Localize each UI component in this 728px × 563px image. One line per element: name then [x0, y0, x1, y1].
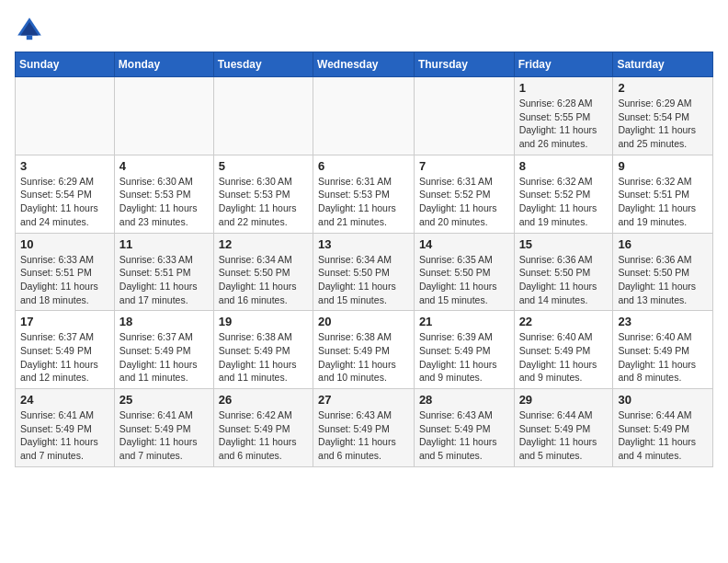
- weekday-header: Monday: [114, 52, 213, 77]
- day-number: 9: [618, 159, 708, 173]
- day-info: Sunrise: 6:40 AMSunset: 5:49 PMDaylight:…: [618, 330, 708, 385]
- day-number: 5: [219, 159, 308, 173]
- calendar-cell: [114, 77, 213, 155]
- day-number: 6: [318, 159, 409, 173]
- day-number: 18: [119, 315, 209, 328]
- calendar-cell: [313, 77, 415, 155]
- calendar-cell: 16Sunrise: 6:36 AMSunset: 5:50 PMDayligh…: [613, 233, 713, 311]
- weekday-header: Wednesday: [313, 52, 415, 77]
- day-info: Sunrise: 6:33 AMSunset: 5:51 PMDaylight:…: [20, 253, 109, 307]
- calendar-cell: 6Sunrise: 6:31 AMSunset: 5:53 PMDaylight…: [313, 155, 415, 233]
- calendar-cell: 3Sunrise: 6:29 AMSunset: 5:54 PMDaylight…: [16, 155, 115, 233]
- day-number: 20: [318, 315, 409, 328]
- calendar-cell: 4Sunrise: 6:30 AMSunset: 5:53 PMDaylight…: [114, 155, 213, 233]
- day-number: 2: [618, 81, 708, 95]
- day-number: 21: [419, 315, 509, 328]
- day-number: 7: [419, 159, 509, 173]
- day-info: Sunrise: 6:38 AMSunset: 5:49 PMDaylight:…: [318, 330, 409, 385]
- day-info: Sunrise: 6:44 AMSunset: 5:49 PMDaylight:…: [519, 408, 609, 463]
- day-number: 22: [519, 315, 609, 328]
- calendar-week-row: 3Sunrise: 6:29 AMSunset: 5:54 PMDaylight…: [16, 155, 713, 233]
- calendar-cell: 27Sunrise: 6:43 AMSunset: 5:49 PMDayligh…: [313, 389, 415, 467]
- day-number: 12: [219, 237, 308, 251]
- day-info: Sunrise: 6:34 AMSunset: 5:50 PMDaylight:…: [219, 253, 308, 307]
- weekday-header: Sunday: [16, 52, 115, 77]
- weekday-header: Friday: [514, 52, 613, 77]
- day-info: Sunrise: 6:36 AMSunset: 5:50 PMDaylight:…: [519, 253, 609, 307]
- day-info: Sunrise: 6:29 AMSunset: 5:54 PMDaylight:…: [20, 175, 109, 229]
- page-header: [15, 15, 713, 44]
- day-number: 13: [318, 237, 409, 251]
- day-info: Sunrise: 6:35 AMSunset: 5:50 PMDaylight:…: [419, 253, 509, 307]
- calendar-cell: 8Sunrise: 6:32 AMSunset: 5:52 PMDaylight…: [514, 155, 613, 233]
- day-number: 24: [20, 393, 109, 407]
- day-number: 16: [618, 237, 708, 251]
- day-number: 3: [20, 159, 109, 173]
- calendar-cell: 20Sunrise: 6:38 AMSunset: 5:49 PMDayligh…: [313, 311, 415, 389]
- calendar-cell: 28Sunrise: 6:43 AMSunset: 5:49 PMDayligh…: [414, 389, 514, 467]
- day-number: 10: [20, 237, 109, 251]
- calendar-cell: [414, 77, 514, 155]
- day-info: Sunrise: 6:32 AMSunset: 5:52 PMDaylight:…: [519, 175, 609, 229]
- day-info: Sunrise: 6:34 AMSunset: 5:50 PMDaylight:…: [318, 253, 409, 307]
- day-info: Sunrise: 6:29 AMSunset: 5:54 PMDaylight:…: [618, 97, 708, 151]
- day-number: 8: [519, 159, 609, 173]
- calendar-cell: 1Sunrise: 6:28 AMSunset: 5:55 PMDaylight…: [514, 77, 613, 155]
- calendar-cell: 5Sunrise: 6:30 AMSunset: 5:53 PMDaylight…: [213, 155, 313, 233]
- day-info: Sunrise: 6:44 AMSunset: 5:49 PMDaylight:…: [618, 408, 708, 463]
- day-info: Sunrise: 6:42 AMSunset: 5:49 PMDaylight:…: [219, 408, 308, 463]
- calendar-cell: 19Sunrise: 6:38 AMSunset: 5:49 PMDayligh…: [213, 311, 313, 389]
- calendar-week-row: 10Sunrise: 6:33 AMSunset: 5:51 PMDayligh…: [16, 233, 713, 311]
- calendar-cell: 22Sunrise: 6:40 AMSunset: 5:49 PMDayligh…: [514, 311, 613, 389]
- svg-rect-2: [27, 35, 32, 40]
- day-number: 17: [20, 315, 109, 328]
- day-info: Sunrise: 6:43 AMSunset: 5:49 PMDaylight:…: [318, 408, 409, 463]
- calendar-cell: 13Sunrise: 6:34 AMSunset: 5:50 PMDayligh…: [313, 233, 415, 311]
- day-number: 25: [119, 393, 209, 407]
- calendar-cell: 9Sunrise: 6:32 AMSunset: 5:51 PMDaylight…: [613, 155, 713, 233]
- calendar-cell: 29Sunrise: 6:44 AMSunset: 5:49 PMDayligh…: [514, 389, 613, 467]
- day-number: 11: [119, 237, 209, 251]
- calendar-cell: 26Sunrise: 6:42 AMSunset: 5:49 PMDayligh…: [213, 389, 313, 467]
- calendar-header-row: SundayMondayTuesdayWednesdayThursdayFrid…: [16, 52, 713, 77]
- calendar-cell: 23Sunrise: 6:40 AMSunset: 5:49 PMDayligh…: [613, 311, 713, 389]
- calendar-cell: 2Sunrise: 6:29 AMSunset: 5:54 PMDaylight…: [613, 77, 713, 155]
- day-info: Sunrise: 6:39 AMSunset: 5:49 PMDaylight:…: [419, 330, 509, 385]
- day-number: 27: [318, 393, 409, 407]
- day-info: Sunrise: 6:43 AMSunset: 5:49 PMDaylight:…: [419, 408, 509, 463]
- calendar-cell: 14Sunrise: 6:35 AMSunset: 5:50 PMDayligh…: [414, 233, 514, 311]
- day-number: 14: [419, 237, 509, 251]
- day-number: 1: [519, 81, 609, 95]
- calendar-cell: 25Sunrise: 6:41 AMSunset: 5:49 PMDayligh…: [114, 389, 213, 467]
- day-number: 15: [519, 237, 609, 251]
- logo: [15, 15, 48, 44]
- calendar-week-row: 24Sunrise: 6:41 AMSunset: 5:49 PMDayligh…: [16, 389, 713, 467]
- day-info: Sunrise: 6:41 AMSunset: 5:49 PMDaylight:…: [20, 408, 109, 463]
- day-info: Sunrise: 6:31 AMSunset: 5:52 PMDaylight:…: [419, 175, 509, 229]
- logo-icon: [15, 15, 44, 44]
- day-number: 28: [419, 393, 509, 407]
- day-number: 26: [219, 393, 308, 407]
- day-info: Sunrise: 6:31 AMSunset: 5:53 PMDaylight:…: [318, 175, 409, 229]
- day-info: Sunrise: 6:41 AMSunset: 5:49 PMDaylight:…: [119, 408, 209, 463]
- day-info: Sunrise: 6:40 AMSunset: 5:49 PMDaylight:…: [519, 330, 609, 385]
- weekday-header: Saturday: [613, 52, 713, 77]
- calendar-cell: 12Sunrise: 6:34 AMSunset: 5:50 PMDayligh…: [213, 233, 313, 311]
- calendar-week-row: 1Sunrise: 6:28 AMSunset: 5:55 PMDaylight…: [16, 77, 713, 155]
- day-number: 19: [219, 315, 308, 328]
- calendar-cell: 15Sunrise: 6:36 AMSunset: 5:50 PMDayligh…: [514, 233, 613, 311]
- calendar-cell: 30Sunrise: 6:44 AMSunset: 5:49 PMDayligh…: [613, 389, 713, 467]
- day-info: Sunrise: 6:32 AMSunset: 5:51 PMDaylight:…: [618, 175, 708, 229]
- calendar-week-row: 17Sunrise: 6:37 AMSunset: 5:49 PMDayligh…: [16, 311, 713, 389]
- day-info: Sunrise: 6:37 AMSunset: 5:49 PMDaylight:…: [119, 330, 209, 385]
- day-info: Sunrise: 6:36 AMSunset: 5:50 PMDaylight:…: [618, 253, 708, 307]
- calendar-cell: 11Sunrise: 6:33 AMSunset: 5:51 PMDayligh…: [114, 233, 213, 311]
- calendar-cell: 7Sunrise: 6:31 AMSunset: 5:52 PMDaylight…: [414, 155, 514, 233]
- day-info: Sunrise: 6:28 AMSunset: 5:55 PMDaylight:…: [519, 97, 609, 151]
- weekday-header: Thursday: [414, 52, 514, 77]
- day-info: Sunrise: 6:30 AMSunset: 5:53 PMDaylight:…: [119, 175, 209, 229]
- calendar-cell: 24Sunrise: 6:41 AMSunset: 5:49 PMDayligh…: [16, 389, 115, 467]
- day-info: Sunrise: 6:30 AMSunset: 5:53 PMDaylight:…: [219, 175, 308, 229]
- day-number: 30: [618, 393, 708, 407]
- calendar-cell: 10Sunrise: 6:33 AMSunset: 5:51 PMDayligh…: [16, 233, 115, 311]
